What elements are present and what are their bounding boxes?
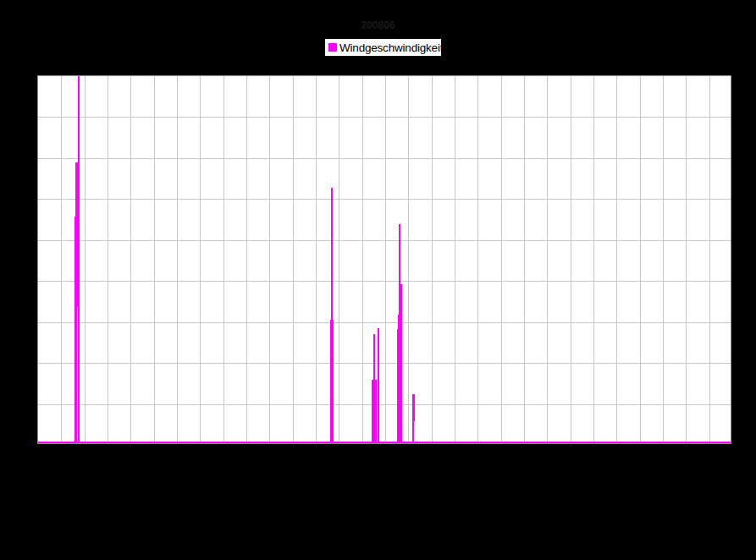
- vertical-gridline: [223, 76, 224, 444]
- vertical-gridline: [130, 76, 131, 444]
- plot-area: [37, 75, 731, 444]
- chart-title: 200806: [0, 19, 756, 31]
- vertical-gridline: [154, 76, 155, 444]
- vertical-gridline: [663, 76, 664, 444]
- vertical-gridline: [455, 76, 455, 444]
- vertical-gridline: [593, 76, 594, 444]
- vertical-gridline: [524, 76, 525, 444]
- horizontal-gridline: [38, 240, 731, 241]
- series-spike-bar: [397, 329, 403, 444]
- vertical-gridline: [246, 76, 247, 444]
- horizontal-gridline: [38, 322, 731, 323]
- vertical-gridline: [108, 76, 108, 444]
- horizontal-gridline: [38, 281, 731, 282]
- vertical-gridline: [616, 76, 617, 444]
- vertical-gridline: [339, 76, 339, 444]
- series-spike-bar: [372, 380, 377, 444]
- vertical-gridline: [547, 76, 548, 444]
- legend-series-label: Windgeschwindigkeit: [339, 41, 443, 54]
- horizontal-gridline: [38, 404, 731, 405]
- horizontal-gridline: [38, 363, 731, 364]
- zero-baseline: [38, 442, 731, 443]
- vertical-gridline: [177, 76, 178, 444]
- vertical-gridline: [269, 76, 270, 444]
- legend-series-swatch-icon: [328, 43, 337, 52]
- vertical-gridline: [85, 76, 86, 444]
- horizontal-gridline: [38, 199, 731, 200]
- series-spike-bar: [412, 394, 414, 444]
- vertical-gridline: [362, 76, 363, 444]
- series-spike-bar: [378, 328, 379, 444]
- vertical-gridline: [477, 76, 478, 444]
- vertical-gridline: [640, 76, 641, 444]
- legend: Windgeschwindigkeit: [324, 38, 442, 57]
- vertical-gridline: [385, 76, 386, 444]
- series-spike-bar: [79, 307, 80, 444]
- series-spike-bar: [330, 320, 334, 444]
- vertical-gridline: [200, 76, 201, 444]
- horizontal-gridline: [38, 158, 731, 159]
- vertical-gridline: [686, 76, 687, 444]
- vertical-gridline: [501, 76, 502, 444]
- vertical-gridline: [408, 76, 409, 444]
- vertical-gridline: [61, 76, 62, 444]
- vertical-gridline: [571, 76, 571, 444]
- vertical-gridline: [709, 76, 710, 444]
- vertical-gridline: [293, 76, 294, 444]
- series-spike-bar: [75, 307, 77, 444]
- vertical-gridline: [432, 76, 433, 444]
- vertical-gridline: [316, 76, 317, 444]
- horizontal-gridline: [38, 117, 731, 118]
